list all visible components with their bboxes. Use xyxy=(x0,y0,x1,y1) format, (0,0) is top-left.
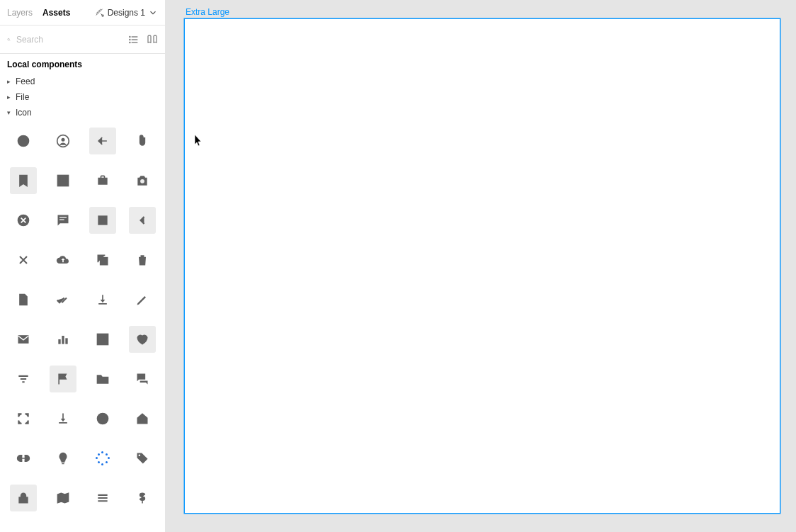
svg-rect-8 xyxy=(58,176,69,186)
page-selector-label: Designs 1 xyxy=(108,8,145,18)
svg-point-1 xyxy=(8,38,10,40)
edit-icon[interactable] xyxy=(129,286,156,313)
close-icon[interactable] xyxy=(10,247,37,273)
tab-layers[interactable]: Layers xyxy=(7,8,33,18)
svg-point-4 xyxy=(130,42,130,43)
arrow-back-icon[interactable] xyxy=(89,128,116,154)
email-icon[interactable] xyxy=(10,326,37,353)
tree-item-icon[interactable]: ▾Icon xyxy=(4,105,161,120)
assets-scroll[interactable]: Local components ▸Feed ▸File ▾Icon xyxy=(0,54,165,532)
link-icon[interactable] xyxy=(10,445,37,472)
designs-settings-icon xyxy=(95,8,105,18)
frame-extra-large[interactable] xyxy=(185,19,780,513)
svg-rect-16 xyxy=(65,338,67,344)
bar-chart-icon[interactable] xyxy=(50,326,76,353)
grid-view-icon[interactable] xyxy=(50,167,76,194)
icon-asset-grid xyxy=(0,120,165,526)
folder-icon[interactable] xyxy=(89,366,116,392)
bookmark-icon[interactable] xyxy=(10,167,37,194)
account-circle-icon[interactable] xyxy=(50,128,76,154)
tree-item-label: Icon xyxy=(16,108,32,118)
forum-icon[interactable] xyxy=(129,366,156,392)
cloud-upload-icon[interactable] xyxy=(50,247,76,273)
frame-label[interactable]: Extra Large xyxy=(186,7,229,17)
svg-rect-15 xyxy=(62,336,64,344)
svg-point-20 xyxy=(139,455,141,457)
loading-icon[interactable] xyxy=(89,445,116,472)
download-icon[interactable] xyxy=(89,286,116,313)
tab-assets[interactable]: Assets xyxy=(42,8,70,18)
help-icon[interactable] xyxy=(89,405,116,432)
left-panel: Layers Assets Designs 1 Local components… xyxy=(0,0,166,532)
chevron-left-icon[interactable] xyxy=(129,207,156,234)
svg-point-3 xyxy=(130,39,130,40)
fullscreen-icon[interactable] xyxy=(10,405,37,432)
lock-icon[interactable] xyxy=(10,485,37,511)
get-app-icon[interactable] xyxy=(50,405,76,432)
search-icon xyxy=(7,35,11,45)
menu-icon[interactable] xyxy=(89,485,116,511)
svg-point-9 xyxy=(140,179,144,183)
tree-item-label: Feed xyxy=(16,77,35,86)
tag-icon[interactable] xyxy=(129,445,156,472)
chat-icon[interactable] xyxy=(50,207,76,234)
page-selector[interactable]: Designs 1 xyxy=(95,8,158,18)
attachment-icon[interactable] xyxy=(129,128,156,154)
svg-rect-13 xyxy=(18,335,29,344)
svg-point-19 xyxy=(102,421,103,422)
svg-rect-21 xyxy=(19,497,28,503)
briefcase-icon[interactable] xyxy=(89,167,116,194)
description-icon[interactable] xyxy=(10,286,37,313)
clock-icon[interactable] xyxy=(10,128,37,154)
section-local-components: Local components xyxy=(0,54,165,74)
flag-icon[interactable] xyxy=(50,366,76,392)
chevron-down-icon xyxy=(148,8,158,18)
search-row xyxy=(0,26,165,54)
dollar-icon[interactable] xyxy=(129,485,156,511)
list-view-icon[interactable] xyxy=(128,34,140,45)
svg-point-2 xyxy=(130,36,130,37)
library-icon[interactable] xyxy=(147,34,158,45)
svg-point-7 xyxy=(62,138,65,142)
camera-icon[interactable] xyxy=(129,167,156,194)
tree-item-file[interactable]: ▸File xyxy=(4,89,161,105)
delete-icon[interactable] xyxy=(129,247,156,273)
copy-icon[interactable] xyxy=(89,247,116,273)
map-icon[interactable] xyxy=(50,485,76,511)
home-icon[interactable] xyxy=(129,405,156,432)
exit-to-app-icon[interactable] xyxy=(89,326,116,353)
lightbulb-icon[interactable] xyxy=(50,445,76,472)
checkbox-outline-icon[interactable] xyxy=(89,207,116,234)
component-tree: ▸Feed ▸File ▾Icon xyxy=(0,74,165,120)
tree-item-label: File xyxy=(16,92,29,102)
cursor-pointer-icon xyxy=(194,134,203,147)
svg-rect-14 xyxy=(58,339,60,344)
favorite-icon[interactable] xyxy=(129,326,156,353)
cancel-icon[interactable] xyxy=(10,207,37,234)
search-input[interactable] xyxy=(16,35,123,45)
done-all-icon[interactable] xyxy=(50,286,76,313)
tree-item-feed[interactable]: ▸Feed xyxy=(4,74,161,89)
canvas[interactable]: Extra Large xyxy=(166,0,796,532)
filter-list-icon[interactable] xyxy=(10,366,37,392)
panel-tabs: Layers Assets Designs 1 xyxy=(0,0,165,26)
svg-rect-11 xyxy=(98,216,107,225)
